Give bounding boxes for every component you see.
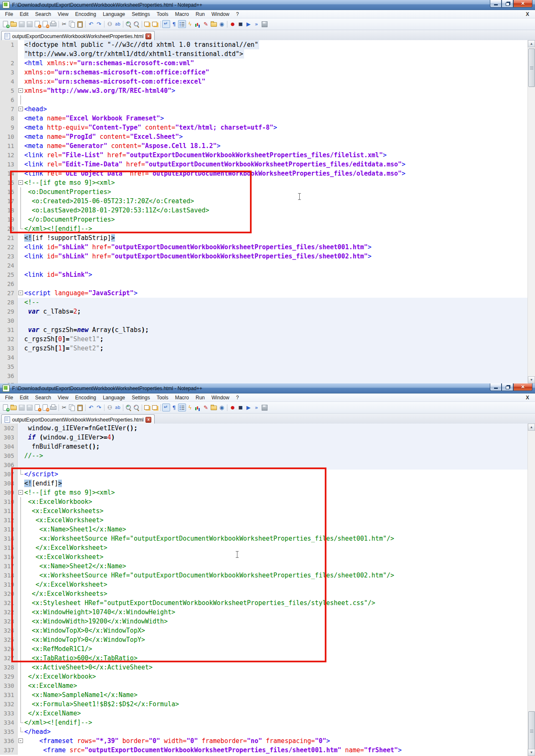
- code-line[interactable]: 7<head>: [0, 105, 535, 114]
- code-line[interactable]: 29 var c_lTabs=2;: [0, 307, 535, 316]
- code-line[interactable]: 315 </x:ExcelWorksheet>: [0, 543, 535, 552]
- sync-horizontal-scrolling-icon[interactable]: [151, 404, 159, 411]
- save-macro-icon[interactable]: [260, 20, 268, 28]
- show-paragraph-marks-icon[interactable]: ¶: [170, 20, 178, 28]
- code-line[interactable]: 13<link rel="Edit-Time-Data" href="outpu…: [0, 160, 535, 169]
- code-line[interactable]: 24: [0, 261, 535, 270]
- code-line[interactable]: 12<link rel="File-List" href="outputExpo…: [0, 151, 535, 160]
- word-wrap-icon[interactable]: [162, 404, 170, 411]
- vertical-scrollbar[interactable]: ▲ ▼: [527, 40, 535, 383]
- new-file-icon[interactable]: +: [2, 404, 10, 411]
- close-all-icon[interactable]: =: [41, 20, 49, 28]
- file-monitoring-icon[interactable]: ◉: [218, 404, 226, 411]
- define-language-icon[interactable]: ✎: [202, 20, 210, 28]
- code-line[interactable]: 312 <x:ExcelWorksheet>: [0, 516, 535, 525]
- close-file-icon[interactable]: -: [33, 20, 41, 28]
- folder-as-workspace-icon[interactable]: [210, 404, 218, 411]
- save-file-icon[interactable]: [18, 20, 25, 28]
- code-line[interactable]: 37: [0, 381, 535, 383]
- record-macro-icon[interactable]: ●: [229, 20, 237, 28]
- code-line[interactable]: 33c_rgszSh[1]="Sheet2";: [0, 344, 535, 353]
- restore-button[interactable]: [502, 0, 513, 8]
- code-line[interactable]: 327 <x:TabRatio>600</x:TabRatio>: [0, 654, 535, 663]
- menu-item-window[interactable]: Window: [208, 394, 233, 401]
- paste-icon[interactable]: [76, 404, 84, 411]
- code-editor[interactable]: 302 window.g_iIEVer=fnGetIEVer();303 if …: [0, 424, 535, 756]
- document-map-icon[interactable]: [194, 20, 202, 28]
- code-line[interactable]: "http://www.w3.org/tr/xhtml1/dtd/xhtml1-…: [0, 49, 535, 59]
- scrollbar-thumb[interactable]: [528, 49, 535, 87]
- code-line[interactable]: 334</xml><![endif]-->: [0, 718, 535, 727]
- file-monitoring-icon[interactable]: ◉: [218, 20, 226, 28]
- menu-item-encoding[interactable]: Encoding: [72, 10, 99, 18]
- scroll-up-icon[interactable]: ▲: [528, 40, 535, 47]
- find-icon[interactable]: ⚇: [106, 404, 114, 411]
- code-line[interactable]: 21<![if !supportTabStrip]>: [0, 233, 535, 243]
- code-line[interactable]: 314 <x:WorksheetSource HRef="outputExpor…: [0, 534, 535, 543]
- code-line[interactable]: 311 <x:ExcelWorksheets>: [0, 506, 535, 516]
- menu-item-run[interactable]: Run: [192, 10, 208, 18]
- code-line[interactable]: 19 </o:DocumentProperties>: [0, 215, 535, 224]
- menu-item-settings[interactable]: Settings: [128, 394, 153, 401]
- code-line[interactable]: 302 window.g_iIEVer=fnGetIEVer();: [0, 424, 535, 433]
- code-line[interactable]: 305//-->: [0, 451, 535, 460]
- menu-item-run[interactable]: Run: [192, 394, 208, 401]
- menu-item-file[interactable]: File: [2, 10, 16, 18]
- code-line[interactable]: 313 <x:Name>Sheet1</x:Name>: [0, 525, 535, 534]
- menu-item-search[interactable]: Search: [32, 10, 54, 18]
- scrollbar-thumb[interactable]: [528, 711, 535, 751]
- fold-marker[interactable]: [18, 178, 24, 187]
- function-list-icon[interactable]: ϟ: [186, 404, 194, 411]
- minimize-button[interactable]: [490, 0, 502, 8]
- minimize-button[interactable]: [490, 383, 502, 391]
- paste-icon[interactable]: [76, 20, 84, 28]
- cut-icon[interactable]: ✂: [60, 404, 68, 411]
- close-all-icon[interactable]: =: [41, 404, 49, 411]
- code-line[interactable]: 15<!--[if gte mso 9]><xml>: [0, 178, 535, 187]
- code-line[interactable]: 31 var c_rgszSh=new Array(c_lTabs);: [0, 325, 535, 335]
- code-line[interactable]: 1<!doctype html public "-//w3c//dtd xhtm…: [0, 40, 535, 49]
- zoom-out-icon[interactable]: -: [132, 404, 140, 411]
- code-line[interactable]: 325 <x:WindowTopY>0</x:WindowTopY>: [0, 635, 535, 644]
- code-line[interactable]: 22<link id="shLink" href="outputExportDo…: [0, 243, 535, 252]
- code-line[interactable]: 20</xml><![endif]-->: [0, 224, 535, 233]
- scroll-down-icon[interactable]: ▼: [528, 749, 535, 756]
- code-line[interactable]: 23<link id="shLink" href="outputExportDo…: [0, 252, 535, 261]
- tab-close-icon[interactable]: x: [145, 33, 151, 39]
- zoom-in-icon[interactable]: +: [125, 404, 132, 411]
- word-wrap-icon[interactable]: [162, 20, 170, 28]
- code-line[interactable]: 330 <x:ExcelName>: [0, 681, 535, 690]
- sync-vertical-scrolling-icon[interactable]: [143, 404, 151, 411]
- run-macro-multiple-icon[interactable]: »: [252, 404, 260, 411]
- scroll-down-icon[interactable]: ▼: [528, 376, 535, 383]
- restore-button[interactable]: [502, 383, 513, 391]
- menu-item-window[interactable]: Window: [208, 10, 233, 18]
- stop-recording-icon[interactable]: ■: [237, 20, 245, 28]
- code-line[interactable]: 30: [0, 316, 535, 325]
- code-line[interactable]: 303 if (window.g_iIEVer>=4): [0, 433, 535, 442]
- menu-item-view[interactable]: View: [54, 394, 72, 401]
- code-line[interactable]: 9<meta http-equiv="Content-Type" content…: [0, 123, 535, 132]
- menu-item-file[interactable]: File: [2, 394, 16, 401]
- code-line[interactable]: 32c_rgszSh[0]="Sheet1";: [0, 335, 535, 344]
- zoom-in-icon[interactable]: +: [125, 20, 132, 28]
- code-line[interactable]: 323 <x:WindowWidth>19200</x:WindowWidth>: [0, 617, 535, 626]
- code-line[interactable]: 3xmlns:o="urn:schemas-microsoft-com:offi…: [0, 68, 535, 77]
- code-line[interactable]: 11<meta name="Generator" content="Aspose…: [0, 141, 535, 151]
- copy-icon[interactable]: [68, 20, 76, 28]
- menu-item-search[interactable]: Search: [32, 394, 54, 401]
- define-language-icon[interactable]: ✎: [202, 404, 210, 411]
- menu-item-language[interactable]: Language: [99, 10, 128, 18]
- undo-icon[interactable]: ↶: [87, 404, 95, 411]
- folder-as-workspace-icon[interactable]: [210, 20, 218, 28]
- document-tab[interactable]: outputExportDocumentWorkbookWorksheetPro…: [1, 31, 155, 41]
- menu-item-settings[interactable]: Settings: [128, 10, 153, 18]
- code-line[interactable]: 332 <x:Formula>Sheet1!$B$2:$D$2</x:Formu…: [0, 700, 535, 709]
- copy-icon[interactable]: [68, 404, 76, 411]
- code-line[interactable]: 328 <x:ActiveSheet>0</x:ActiveSheet>: [0, 663, 535, 672]
- menu-item-encoding[interactable]: Encoding: [72, 394, 99, 401]
- replace-icon[interactable]: ab: [114, 404, 122, 411]
- code-line[interactable]: 28<!--: [0, 298, 535, 307]
- fold-marker[interactable]: [18, 105, 24, 114]
- document-close-icon[interactable]: X: [526, 11, 533, 17]
